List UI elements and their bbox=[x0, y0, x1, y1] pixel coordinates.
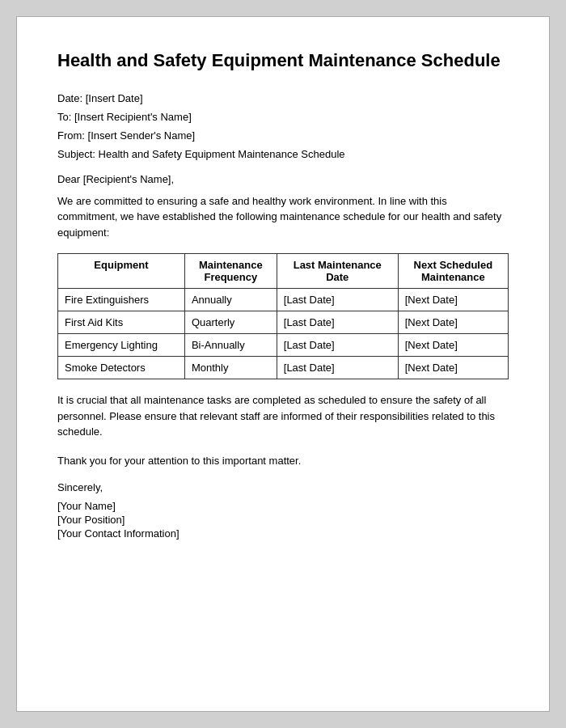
table-cell-r1-c2: [Last Date] bbox=[277, 311, 398, 334]
col-header-last-date: Last MaintenanceDate bbox=[277, 254, 398, 289]
table-cell-r3-c3: [Next Date] bbox=[398, 357, 508, 379]
table-cell-r3-c0: Smoke Detectors bbox=[58, 357, 185, 379]
col-header-next-date: Next ScheduledMaintenance bbox=[398, 254, 508, 289]
intro-paragraph: We are committed to ensuring a safe and … bbox=[57, 193, 509, 241]
table-row: First Aid KitsQuarterly[Last Date][Next … bbox=[58, 311, 509, 334]
table-cell-r2-c3: [Next Date] bbox=[398, 334, 508, 357]
document-title: Health and Safety Equipment Maintenance … bbox=[57, 49, 509, 73]
table-cell-r2-c1: Bi-Annually bbox=[184, 334, 277, 357]
signature-contact: [Your Contact Information] bbox=[57, 527, 509, 540]
table-header-row: Equipment MaintenanceFrequency Last Main… bbox=[58, 254, 509, 289]
table-cell-r2-c2: [Last Date] bbox=[277, 334, 398, 357]
col-header-equipment: Equipment bbox=[58, 254, 185, 289]
col-header-frequency: MaintenanceFrequency bbox=[184, 254, 277, 289]
table-cell-r3-c1: Monthly bbox=[184, 357, 277, 379]
closing-paragraph-2: Thank you for your attention to this imp… bbox=[57, 453, 509, 469]
table-row: Smoke DetectorsMonthly[Last Date][Next D… bbox=[58, 357, 509, 379]
to-line: To: [Insert Recipient's Name] bbox=[57, 111, 509, 123]
table-cell-r1-c0: First Aid Kits bbox=[58, 311, 185, 334]
table-row: Fire ExtinguishersAnnually[Last Date][Ne… bbox=[58, 289, 509, 311]
table-cell-r0-c1: Annually bbox=[184, 289, 277, 311]
subject-line: Subject: Health and Safety Equipment Mai… bbox=[57, 148, 509, 160]
signature-name: [Your Name] bbox=[57, 500, 509, 512]
date-line: Date: [Insert Date] bbox=[57, 92, 509, 104]
closing-section: Sincerely, [Your Name] [Your Position] [… bbox=[57, 481, 509, 540]
table-row: Emergency LightingBi-Annually[Last Date]… bbox=[58, 334, 509, 357]
table-cell-r1-c3: [Next Date] bbox=[398, 311, 508, 334]
closing-paragraph-1: It is crucial that all maintenance tasks… bbox=[57, 392, 509, 440]
from-line: From: [Insert Sender's Name] bbox=[57, 129, 509, 142]
table-cell-r0-c3: [Next Date] bbox=[398, 289, 508, 311]
sincerely-text: Sincerely, bbox=[57, 481, 509, 493]
salutation: Dear [Recipient's Name], bbox=[57, 173, 509, 185]
table-cell-r3-c2: [Last Date] bbox=[277, 357, 398, 379]
document-page: Health and Safety Equipment Maintenance … bbox=[16, 16, 550, 712]
maintenance-table: Equipment MaintenanceFrequency Last Main… bbox=[57, 253, 509, 379]
table-cell-r0-c2: [Last Date] bbox=[277, 289, 398, 311]
signature-position: [Your Position] bbox=[57, 514, 509, 526]
table-cell-r0-c0: Fire Extinguishers bbox=[58, 289, 185, 311]
table-cell-r1-c1: Quarterly bbox=[184, 311, 277, 334]
table-cell-r2-c0: Emergency Lighting bbox=[58, 334, 185, 357]
